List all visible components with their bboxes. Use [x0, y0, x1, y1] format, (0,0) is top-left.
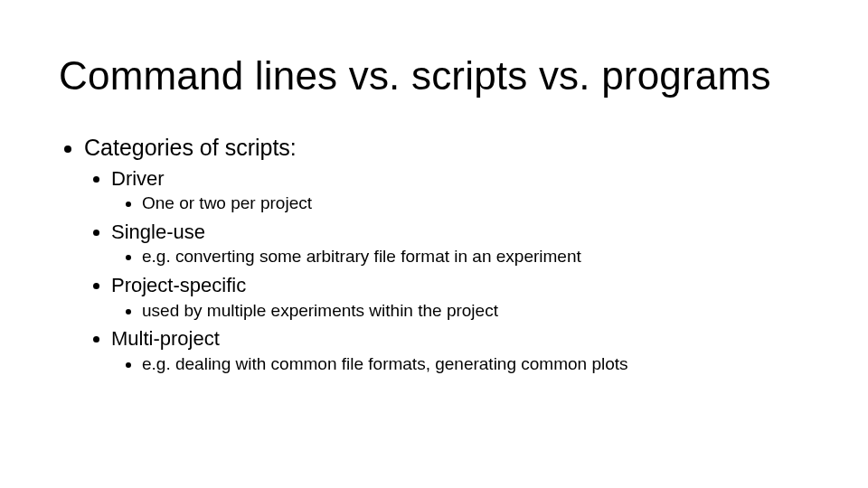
slide: Command lines vs. scripts vs. programs C…	[0, 0, 868, 488]
bullet-list-level-3: e.g. dealing with common file formats, g…	[111, 353, 809, 375]
bullet-list-level-2: Driver One or two per project Single-use…	[84, 166, 809, 375]
slide-title: Command lines vs. scripts vs. programs	[59, 54, 809, 98]
list-item: Multi-project e.g. dealing with common f…	[111, 326, 809, 374]
bullet-list-level-3: One or two per project	[111, 192, 809, 214]
list-item-label: Single-use	[111, 221, 205, 243]
list-item-label: Driver	[111, 167, 165, 190]
list-item-label: One or two per project	[142, 193, 312, 212]
list-item-label: Categories of scripts:	[84, 135, 297, 160]
list-item-label: used by multiple experiments within the …	[142, 301, 498, 320]
list-item: Categories of scripts: Driver One or two…	[84, 134, 809, 374]
list-item: Project-specific used by multiple experi…	[111, 273, 809, 321]
list-item-label: e.g. dealing with common file formats, g…	[142, 354, 628, 373]
list-item: used by multiple experiments within the …	[142, 300, 809, 322]
list-item: e.g. converting some arbitrary file form…	[142, 246, 809, 267]
list-item: Driver One or two per project	[111, 166, 809, 214]
list-item-label: Multi-project	[111, 327, 220, 350]
list-item-label: e.g. converting some arbitrary file form…	[142, 247, 581, 266]
list-item: e.g. dealing with common file formats, g…	[142, 353, 809, 375]
bullet-list-level-3: e.g. converting some arbitrary file form…	[111, 246, 809, 267]
bullet-list-level-1: Categories of scripts: Driver One or two…	[59, 134, 809, 374]
list-item: Single-use e.g. converting some arbitrar…	[111, 220, 809, 267]
list-item-label: Project-specific	[111, 274, 246, 296]
bullet-list-level-3: used by multiple experiments within the …	[111, 300, 809, 322]
list-item: One or two per project	[142, 192, 809, 214]
